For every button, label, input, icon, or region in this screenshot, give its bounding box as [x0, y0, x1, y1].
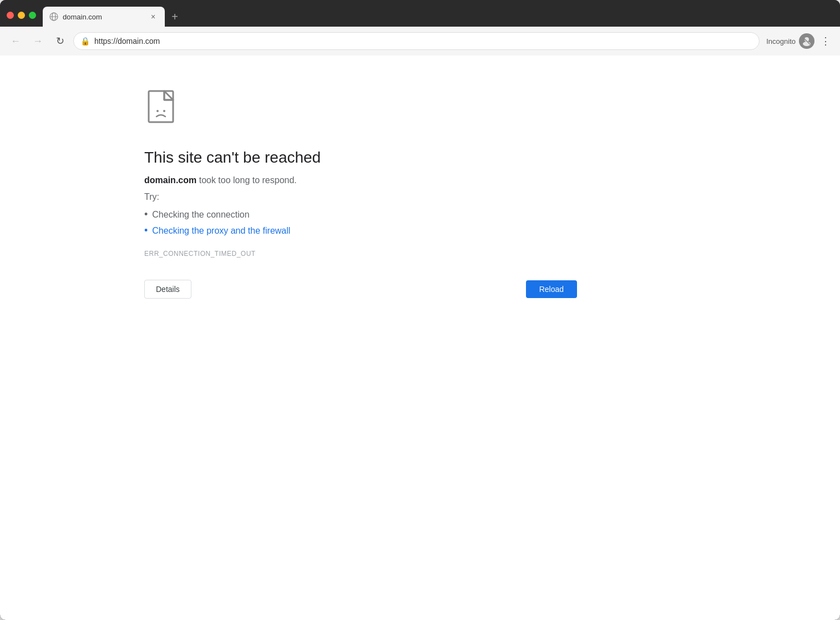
- error-container: This site can't be reached domain.com to…: [0, 56, 840, 620]
- lock-icon: 🔒: [80, 37, 90, 46]
- error-code: ERR_CONNECTION_TIMED_OUT: [144, 250, 840, 258]
- list-item: Checking the proxy and the firewall: [144, 223, 840, 239]
- active-tab[interactable]: domain.com ×: [43, 7, 165, 27]
- error-suggestions-list: Checking the connection Checking the pro…: [144, 206, 840, 239]
- back-icon: ←: [11, 36, 21, 47]
- list-item: Checking the connection: [144, 206, 840, 223]
- browser-window: domain.com × + ← → ↻ 🔒 https://domain.co…: [0, 0, 840, 620]
- reload-page-button[interactable]: Reload: [526, 280, 577, 298]
- tab-title: domain.com: [63, 13, 144, 21]
- reload-button[interactable]: ↻: [51, 32, 69, 50]
- window-controls: [7, 12, 36, 27]
- toolbar-right: Incognito ⋮: [766, 33, 833, 49]
- forward-icon: →: [33, 36, 43, 47]
- error-description: domain.com took too long to respond.: [144, 175, 840, 185]
- error-icon: [144, 89, 184, 129]
- reload-icon: ↻: [56, 35, 64, 47]
- error-actions: Details Reload: [144, 280, 577, 299]
- svg-point-9: [156, 110, 159, 112]
- url-text: https://domain.com: [94, 37, 752, 46]
- new-tab-button[interactable]: +: [167, 9, 183, 24]
- error-domain: domain.com: [144, 175, 196, 185]
- address-bar[interactable]: 🔒 https://domain.com: [73, 32, 760, 50]
- incognito-icon: [799, 33, 814, 49]
- error-title: This site can't be reached: [144, 149, 840, 167]
- incognito-label: Incognito: [766, 37, 796, 46]
- menu-button[interactable]: ⋮: [818, 33, 833, 49]
- error-try-label: Try:: [144, 192, 840, 202]
- menu-icon: ⋮: [821, 35, 831, 47]
- page-content: This site can't be reached domain.com to…: [0, 56, 840, 620]
- minimize-window-button[interactable]: [18, 12, 25, 19]
- close-window-button[interactable]: [7, 12, 14, 19]
- forward-button[interactable]: →: [29, 32, 47, 50]
- tab-close-button[interactable]: ×: [148, 12, 158, 22]
- tab-favicon-icon: [49, 12, 58, 21]
- title-bar: domain.com × +: [0, 0, 840, 27]
- details-button[interactable]: Details: [144, 280, 191, 299]
- maximize-window-button[interactable]: [29, 12, 36, 19]
- proxy-firewall-link[interactable]: Checking the proxy and the firewall: [152, 226, 290, 236]
- suggestion-text-1: Checking the connection: [152, 210, 249, 220]
- tab-strip: domain.com × +: [43, 7, 833, 27]
- svg-point-10: [163, 110, 165, 112]
- toolbar: ← → ↻ 🔒 https://domain.com Incognito ⋮: [0, 27, 840, 56]
- error-description-text: took too long to respond.: [196, 175, 297, 185]
- back-button[interactable]: ←: [7, 32, 24, 50]
